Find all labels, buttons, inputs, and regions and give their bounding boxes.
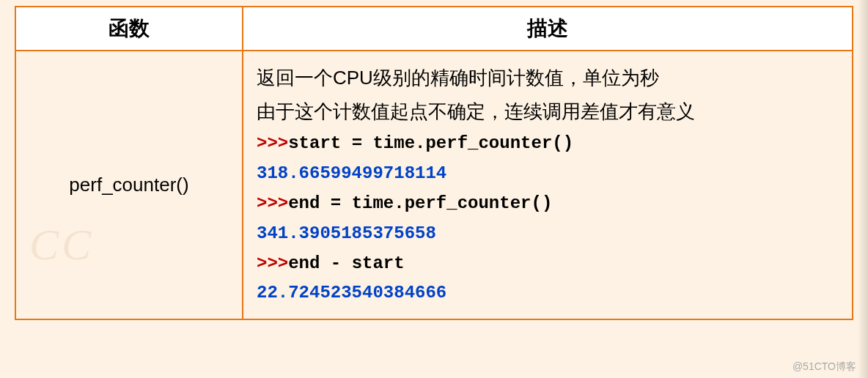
right-edge-shadow (858, 0, 868, 378)
repl-prompt: >>> (257, 133, 288, 153)
header-function: 函数 (15, 7, 243, 51)
repl-prompt: >>> (257, 253, 288, 273)
footer-attribution: @51CTO博客 (792, 360, 856, 374)
cell-description: 返回一个CPU级别的精确时间计数值，单位为秒 由于这个计数值起点不确定，连续调用… (243, 51, 853, 319)
code-output-1: 318.66599499718114 (257, 159, 839, 189)
code-output-2: 341.3905185375658 (257, 219, 839, 249)
table-header-row: 函数 描述 (15, 7, 853, 51)
desc-line-2: 由于这个计数值起点不确定，连续调用差值才有意义 (257, 95, 839, 127)
cell-function-name: perf_counter() (15, 51, 243, 319)
code-output-3: 22.724523540384666 (257, 278, 839, 308)
desc-line-1: 返回一个CPU级别的精确时间计数值，单位为秒 (257, 62, 839, 94)
code-statement: end - start (288, 253, 404, 273)
code-line-2: >>>end = time.perf_counter() (257, 189, 839, 219)
code-statement: end = time.perf_counter() (288, 193, 552, 213)
code-statement: start = time.perf_counter() (288, 133, 573, 153)
table-row: perf_counter() 返回一个CPU级别的精确时间计数值，单位为秒 由于… (15, 51, 853, 319)
code-line-3: >>>end - start (257, 249, 839, 279)
code-line-1: >>>start = time.perf_counter() (257, 129, 839, 159)
repl-prompt: >>> (257, 193, 288, 213)
header-description: 描述 (243, 7, 853, 51)
function-description-table: 函数 描述 perf_counter() 返回一个CPU级别的精确时间计数值，单… (15, 6, 853, 320)
